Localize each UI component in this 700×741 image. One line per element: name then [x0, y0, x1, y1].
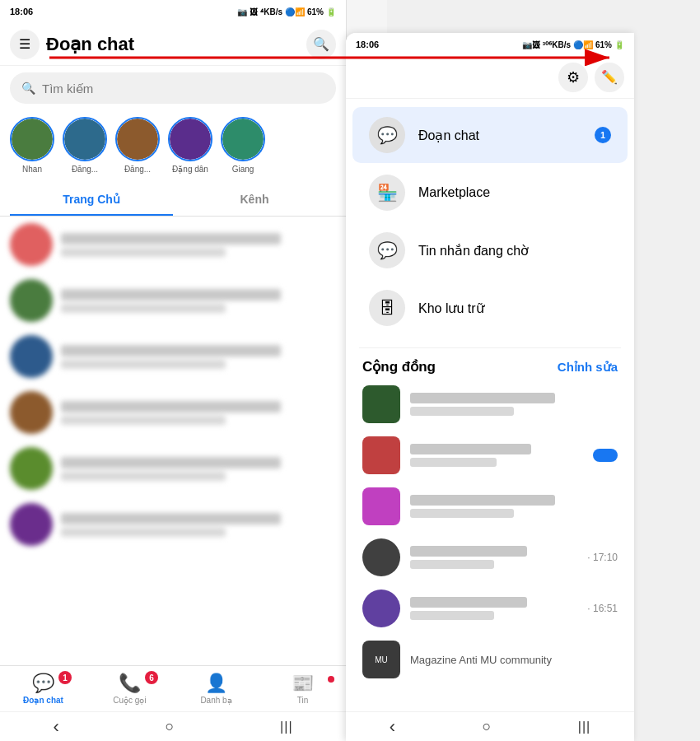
community-item[interactable] — [346, 481, 634, 532]
news-badge — [328, 676, 334, 683]
settings-button[interactable]: ⚙ — [558, 63, 588, 92]
chat-name — [61, 289, 281, 301]
community-item[interactable]: · 17:10 — [346, 532, 634, 583]
search-input[interactable] — [42, 82, 324, 96]
nav-item-chat[interactable]: 1 💬 Đoạn chat — [0, 673, 86, 705]
community-name — [410, 393, 555, 403]
nav-item-news[interactable]: 📰 Tin — [259, 673, 346, 705]
chat-preview — [61, 248, 226, 257]
chat-info — [61, 233, 336, 257]
overlay-menu: 18:06 📷🖼 ³⁰⁶KB/s 🔵📶 61% 🔋 ⚙ ✏️ 💬 Đoạn ch… — [346, 33, 634, 741]
community-time: · 17:10 — [587, 552, 618, 563]
story-item[interactable]: Giang — [221, 117, 265, 178]
story-item[interactable]: Đăng... — [115, 117, 160, 178]
chat-name — [61, 457, 281, 468]
chat-preview — [61, 304, 226, 313]
recent-button[interactable]: ||| — [264, 715, 309, 739]
search-bar[interactable]: 🔍 — [10, 72, 336, 104]
chat-item[interactable] — [0, 273, 346, 329]
menu-chat-icon: 💬 — [369, 117, 405, 153]
nav-item-contacts[interactable]: 👤 Danh bạ — [173, 673, 259, 705]
community-avatar — [362, 385, 400, 423]
story-name: Nhan — [22, 165, 42, 174]
menu-archive-label: Kho lưu trữ — [418, 301, 611, 316]
chat-item[interactable] — [0, 384, 346, 440]
section-edit-button[interactable]: Chỉnh sửa — [558, 360, 618, 375]
news-icon: 📰 — [292, 673, 314, 694]
menu-pending-label: Tin nhắn đang chờ — [418, 243, 611, 259]
menu-chat-badge: 1 — [595, 127, 611, 143]
chat-info — [61, 401, 336, 425]
edit-button[interactable]: ✏️ — [595, 63, 624, 92]
story-item[interactable]: Nhan — [10, 117, 54, 178]
story-name: Đăng... — [124, 165, 151, 174]
menu-item-pending[interactable]: 💬 Tin nhắn đang chờ — [352, 222, 628, 278]
story-item[interactable]: Đặng dân — [168, 117, 212, 178]
tab-home[interactable]: Trang Chủ — [10, 184, 173, 216]
chat-name — [61, 345, 281, 357]
chat-info — [61, 457, 336, 481]
chat-avatar — [10, 279, 53, 322]
home-button[interactable]: ○ — [148, 713, 190, 740]
chat-item[interactable] — [0, 440, 346, 496]
status-icons-menu: 📷🖼 ³⁰⁶KB/s 🔵📶 61% 🔋 — [522, 40, 624, 49]
menu-pending-icon: 💬 — [369, 232, 405, 268]
menu-archive-icon: 🗄 — [369, 290, 405, 326]
chat-avatar — [10, 335, 53, 378]
menu-item-marketplace[interactable]: 🏪 Marketplace — [352, 165, 628, 221]
chat-icon: 💬 — [32, 673, 54, 694]
chat-avatar — [10, 447, 53, 490]
story-circle — [221, 117, 265, 161]
story-name: Giang — [232, 165, 254, 174]
menu-marketplace-label: Marketplace — [418, 185, 611, 200]
chat-avatar — [10, 223, 53, 266]
back-button-menu[interactable]: ‹ — [373, 711, 412, 742]
back-button[interactable]: ‹ — [36, 711, 75, 742]
community-item-magazine[interactable]: MU Magazine Anti MU community — [346, 634, 634, 685]
recent-button-menu[interactable]: ||| — [562, 715, 607, 739]
chat-name — [61, 233, 281, 245]
menu-items-list: 💬 Đoạn chat 1 🏪 Marketplace 💬 Tin nhắn đ… — [346, 99, 634, 344]
time-menu: 18:06 — [356, 40, 379, 49]
community-info — [410, 597, 577, 620]
community-sub — [410, 509, 514, 518]
community-name — [410, 597, 527, 608]
menu-item-archive[interactable]: 🗄 Kho lưu trữ — [352, 280, 628, 336]
chat-name — [61, 513, 281, 524]
story-circle — [63, 117, 107, 161]
nav-item-call[interactable]: 6 📞 Cuộc gọi — [86, 673, 173, 705]
chat-item[interactable] — [0, 217, 346, 273]
section-header: Cộng đồng Chỉnh sửa — [346, 352, 634, 379]
community-item[interactable]: · 16:51 — [346, 583, 634, 634]
community-list: · 17:10 · 16:51 MU Magazine Anti MU comm… — [346, 379, 634, 685]
community-info — [410, 546, 577, 569]
section-title: Cộng đồng — [362, 358, 436, 375]
community-item[interactable] — [346, 430, 634, 481]
community-sub — [410, 560, 494, 569]
home-button-menu[interactable]: ○ — [465, 713, 507, 740]
story-circle — [115, 117, 160, 161]
menu-chat-label: Đoạn chat — [418, 128, 581, 143]
community-avatar — [362, 590, 400, 627]
tab-channel[interactable]: Kênh — [173, 184, 336, 216]
story-item[interactable]: Đăng... — [63, 117, 107, 178]
search-button[interactable]: 🔍 — [306, 30, 336, 59]
menu-button[interactable]: ☰ — [10, 30, 40, 59]
menu-marketplace-icon: 🏪 — [369, 175, 405, 211]
chat-item[interactable] — [0, 329, 346, 384]
chat-item[interactable] — [0, 496, 346, 552]
community-name — [410, 546, 527, 557]
chat-preview — [61, 472, 226, 481]
tabs-row: Trang Chủ Kênh — [0, 184, 346, 217]
community-item[interactable] — [346, 379, 634, 430]
menu-item-chat[interactable]: 💬 Đoạn chat 1 — [352, 107, 628, 163]
community-name — [410, 444, 531, 454]
contacts-icon: 👤 — [205, 673, 227, 694]
community-info — [410, 495, 618, 518]
call-badge: 6 — [145, 671, 158, 684]
story-name: Đăng... — [72, 165, 98, 174]
community-sub — [410, 611, 494, 620]
community-avatar — [362, 538, 400, 576]
header-actions: 🔍 — [306, 30, 336, 59]
community-sub — [410, 458, 497, 467]
